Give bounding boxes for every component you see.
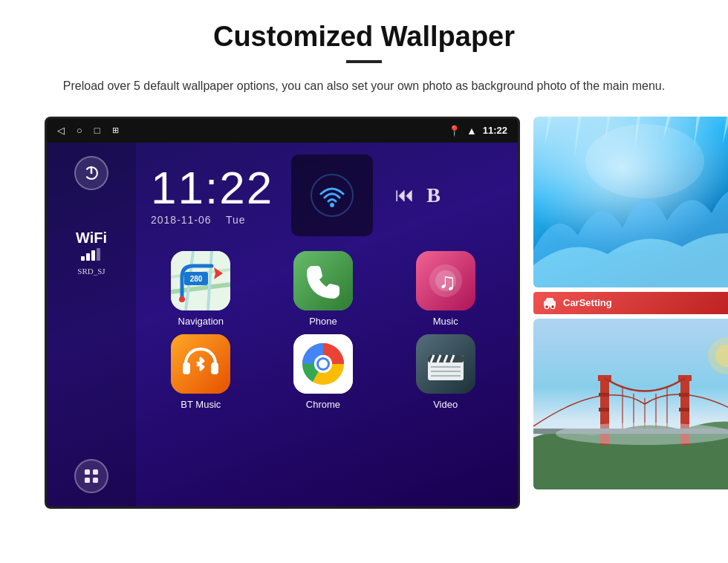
svg-rect-9 [93,478,98,483]
phone-icon [293,251,353,310]
clock-date-value: 2018-11-06 [151,214,212,226]
status-left: ◁ ○ □ ⊞ [57,125,119,137]
svg-rect-5 [97,248,100,261]
svg-point-20 [179,296,185,302]
media-widget[interactable] [291,154,373,236]
phone-label: Phone [309,316,337,327]
app-item-phone[interactable]: Phone [266,251,381,327]
svg-rect-7 [93,469,98,475]
app-item-chrome[interactable]: Chrome [266,334,381,410]
status-wifi-icon: ▲ [467,125,477,137]
svg-text:280: 280 [190,275,203,283]
clock-date: 2018-11-06 Tue [151,214,273,226]
clock-time: 11:22 [151,165,273,211]
device-frame: ◁ ○ □ ⊞ 📍 ▲ 11:22 [45,117,520,509]
navigation-app-svg: 280 [171,251,230,310]
carsetting-strip[interactable]: CarSetting [533,292,728,314]
app-item-video[interactable]: Video [388,334,503,410]
app-grid: 280 Navigation [136,245,518,422]
carsetting-label: CarSetting [563,297,612,308]
svg-rect-6 [85,469,90,475]
svg-rect-28 [211,362,218,374]
wifi-bars-icon [76,247,107,264]
main-content-area: 11:22 2018-11-06 Tue [136,143,518,507]
page-description: Preload over 5 default wallpaper options… [63,77,665,96]
btmusic-app-svg [171,334,230,394]
media-controls: ⏮ B [391,183,441,207]
chrome-icon [293,334,353,394]
wallpaper-bridge-thumb[interactable] [533,319,728,489]
wifi-ssid: SRD_SJ [76,267,107,276]
svg-point-50 [551,305,555,308]
svg-point-69 [556,423,728,445]
main-area: ◁ ○ □ ⊞ 📍 ▲ 11:22 [45,117,683,509]
clock-block: 11:22 2018-11-06 Tue [151,165,273,226]
status-time: 11:22 [483,125,507,136]
svg-rect-4 [91,250,95,261]
chrome-app-svg [293,334,353,394]
video-icon [416,334,475,394]
clock-day-value: Tue [226,214,246,226]
home-icon[interactable]: ○ [77,125,82,137]
left-sidebar: WiFi SRD_SJ [47,143,136,507]
prev-track-button[interactable]: ⏮ [395,183,415,206]
svg-point-11 [330,203,334,207]
navigation-label: Navigation [178,316,224,327]
page-title: Customized Wallpaper [213,21,515,53]
media-wifi-icon [310,173,354,218]
apps-grid-icon [83,468,100,484]
app-item-music[interactable]: ♫ Music [388,251,503,327]
location-icon: 📍 [448,125,461,137]
svg-rect-21 [293,251,353,310]
car-icon [542,296,557,310]
svg-rect-60 [679,408,689,411]
wallpaper-ice-thumb[interactable] [533,117,728,287]
screen-body: WiFi SRD_SJ [47,143,518,507]
navigation-icon: 280 [171,251,230,310]
svg-rect-3 [86,253,90,261]
music-icon: ♫ [416,251,475,310]
svg-point-49 [545,305,549,308]
svg-rect-27 [183,362,190,374]
btmusic-icon [171,334,230,394]
recents-icon[interactable]: □ [94,125,100,137]
music-label: Music [433,316,458,327]
video-label: Video [433,399,458,410]
bridge-wallpaper-svg [533,319,728,489]
title-divider [346,60,382,63]
wifi-info: WiFi SRD_SJ [76,230,107,276]
music-app-svg: ♫ [416,251,475,310]
btmusic-label: BT Music [181,399,221,410]
video-app-svg [416,334,475,394]
ice-wallpaper-svg [533,117,728,287]
back-icon[interactable]: ◁ [57,125,65,137]
app-item-btmusic[interactable]: BT Music [143,334,259,410]
svg-rect-58 [599,408,609,411]
bluetooth-label: B [426,183,441,207]
chrome-label: Chrome [306,399,340,410]
svg-rect-2 [81,256,85,261]
svg-text:♫: ♫ [438,268,456,295]
app-item-navigation[interactable]: 280 Navigation [143,251,259,327]
wallpaper-previews: CarSetting [533,117,728,489]
phone-app-svg [293,251,353,310]
status-bar: ◁ ○ □ ⊞ 📍 ▲ 11:22 [47,119,518,143]
apps-button[interactable] [74,459,108,493]
page-wrapper: Customized Wallpaper Preload over 5 defa… [0,0,728,563]
power-button[interactable] [74,156,108,190]
wifi-label: WiFi [76,230,107,245]
svg-rect-8 [85,478,90,483]
svg-point-47 [585,124,704,198]
svg-point-10 [311,175,353,216]
status-right: 📍 ▲ 11:22 [448,125,507,137]
screenshot-icon[interactable]: ⊞ [112,126,119,135]
power-icon [83,165,100,181]
clock-area: 11:22 2018-11-06 Tue [136,143,518,245]
svg-point-34 [319,359,328,368]
